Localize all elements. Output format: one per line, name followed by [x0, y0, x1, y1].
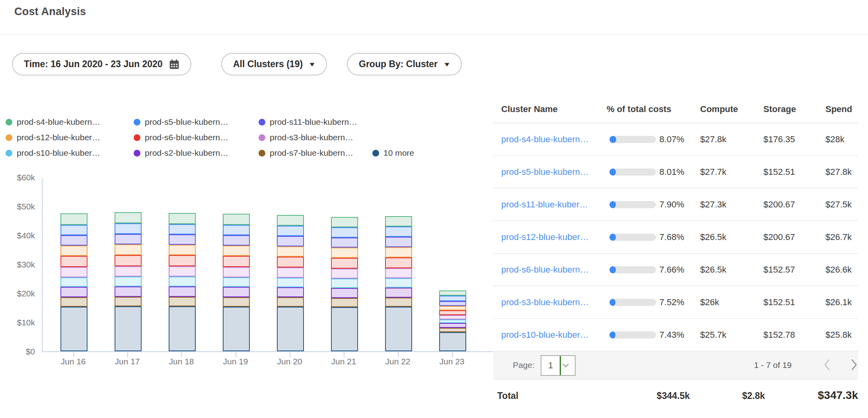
bar-segment[interactable] — [439, 296, 466, 301]
bar-segment[interactable] — [331, 298, 358, 307]
bar-segment[interactable] — [277, 257, 304, 267]
bar-segment[interactable] — [115, 255, 142, 266]
bar-segment[interactable] — [439, 290, 466, 296]
bar-segment[interactable] — [223, 307, 250, 351]
bar-segment[interactable] — [385, 247, 412, 257]
legend-item[interactable]: prod-s3-blue-kubern… — [259, 131, 353, 144]
page-select[interactable]: 1 — [541, 355, 576, 376]
bar-segment[interactable] — [115, 297, 142, 306]
cluster-name-link[interactable]: prod-s3-blue-kubern… — [501, 286, 589, 319]
bar-segment[interactable] — [223, 267, 250, 277]
bar-segment[interactable] — [277, 267, 304, 278]
bar-segment[interactable] — [223, 277, 250, 287]
bar-segment[interactable] — [223, 256, 250, 267]
bar-segment[interactable] — [331, 217, 358, 227]
bar-segment[interactable] — [115, 212, 142, 223]
bar-segment[interactable] — [223, 214, 250, 225]
legend-item[interactable]: prod-s4-blue-kubern… — [6, 115, 100, 129]
bar-segment[interactable] — [385, 237, 412, 247]
bar-segment[interactable] — [385, 288, 412, 298]
prev-page-button[interactable] — [821, 351, 833, 379]
bar-segment[interactable] — [385, 268, 412, 278]
bar-segment[interactable] — [223, 235, 250, 246]
bar-segment[interactable] — [439, 310, 466, 315]
bar-segment[interactable] — [60, 235, 88, 246]
bar-segment[interactable] — [439, 301, 466, 306]
bar-segment[interactable] — [331, 307, 358, 351]
bar-segment[interactable] — [60, 307, 88, 351]
legend-item[interactable]: prod-s10-blue-kuber… — [6, 146, 100, 160]
cluster-name-link[interactable]: prod-s6-blue-kubern… — [501, 254, 589, 286]
bar-segment[interactable] — [385, 216, 412, 226]
bar-segment[interactable] — [439, 306, 466, 310]
bar-segment[interactable] — [60, 256, 88, 267]
bar-segment[interactable] — [439, 315, 466, 319]
bar-segment[interactable] — [385, 257, 412, 268]
legend-item[interactable]: prod-s7-blue-kubern… — [259, 146, 353, 160]
legend-item[interactable]: prod-s2-blue-kubern… — [134, 146, 228, 160]
bar-segment[interactable] — [169, 277, 196, 286]
bar-segment[interactable] — [331, 227, 358, 238]
cluster-name-link[interactable]: prod-s12-blue-kuber… — [501, 221, 589, 254]
bar-segment[interactable] — [169, 297, 196, 306]
bar-segment[interactable] — [439, 328, 466, 332]
cluster-name-link[interactable]: prod-s10-blue-kuber… — [501, 319, 589, 351]
bar-segment[interactable] — [115, 244, 142, 255]
bar-segment[interactable] — [169, 306, 196, 351]
bar-segment[interactable] — [60, 297, 88, 307]
legend-item[interactable]: prod-s12-blue-kuber… — [6, 131, 100, 144]
legend-item[interactable]: prod-s11-blue-kubern… — [259, 115, 357, 129]
legend-item[interactable]: 10 more — [372, 146, 414, 160]
bar-segment[interactable] — [223, 225, 250, 235]
bar-segment[interactable] — [169, 286, 196, 297]
bar-segment[interactable] — [277, 246, 304, 257]
bar-segment[interactable] — [115, 306, 142, 351]
bar-segment[interactable] — [439, 323, 466, 328]
bar-segment[interactable] — [277, 297, 304, 307]
cluster-name-link[interactable]: prod-s11-blue-kuber… — [501, 188, 588, 221]
bar-segment[interactable] — [115, 266, 142, 277]
bar-segment[interactable] — [115, 286, 142, 297]
bar-segment[interactable] — [60, 213, 88, 225]
bar-segment[interactable] — [169, 224, 196, 234]
bar-segment[interactable] — [277, 287, 304, 297]
legend-item[interactable]: prod-s6-blue-kubern… — [134, 131, 228, 144]
bar-segment[interactable] — [331, 288, 358, 298]
bar-segment[interactable] — [385, 298, 412, 307]
legend-item[interactable]: prod-s5-blue-kubern… — [134, 115, 228, 129]
bar-segment[interactable] — [277, 215, 304, 226]
bar-segment[interactable] — [331, 238, 358, 248]
bar-segment[interactable] — [331, 248, 358, 258]
bar-segment[interactable] — [60, 225, 88, 235]
cluster-name-link[interactable]: prod-s4-blue-kubern… — [501, 123, 589, 156]
cluster-name-link[interactable]: prod-s5-blue-kubern… — [501, 156, 589, 188]
clusters-filter-button[interactable]: All Clusters (19) ▼ — [221, 53, 327, 75]
bar-segment[interactable] — [385, 307, 412, 351]
bar-segment[interactable] — [60, 246, 88, 256]
bar-segment[interactable] — [169, 213, 196, 224]
bar-segment[interactable] — [277, 226, 304, 236]
bar-segment[interactable] — [169, 245, 196, 255]
bar-segment[interactable] — [115, 234, 142, 244]
bar-segment[interactable] — [115, 223, 142, 234]
bar-segment[interactable] — [331, 279, 358, 288]
bar-segment[interactable] — [169, 234, 196, 245]
bar-segment[interactable] — [277, 236, 304, 246]
bar-segment[interactable] — [331, 269, 358, 279]
bar-segment[interactable] — [277, 278, 304, 287]
bar-segment[interactable] — [60, 287, 88, 297]
bar-segment[interactable] — [439, 332, 466, 351]
bar-segment[interactable] — [223, 287, 250, 297]
bar-segment[interactable] — [223, 297, 250, 307]
bar-segment[interactable] — [277, 307, 304, 351]
bar-segment[interactable] — [331, 258, 358, 269]
next-page-button[interactable] — [848, 351, 860, 379]
bar-segment[interactable] — [169, 266, 196, 277]
bar-segment[interactable] — [439, 319, 466, 323]
bar-segment[interactable] — [223, 246, 250, 256]
bar-segment[interactable] — [60, 267, 88, 277]
bar-segment[interactable] — [385, 226, 412, 237]
bar-segment[interactable] — [169, 255, 196, 266]
bar-segment[interactable] — [385, 278, 412, 288]
bar-segment[interactable] — [115, 277, 142, 286]
